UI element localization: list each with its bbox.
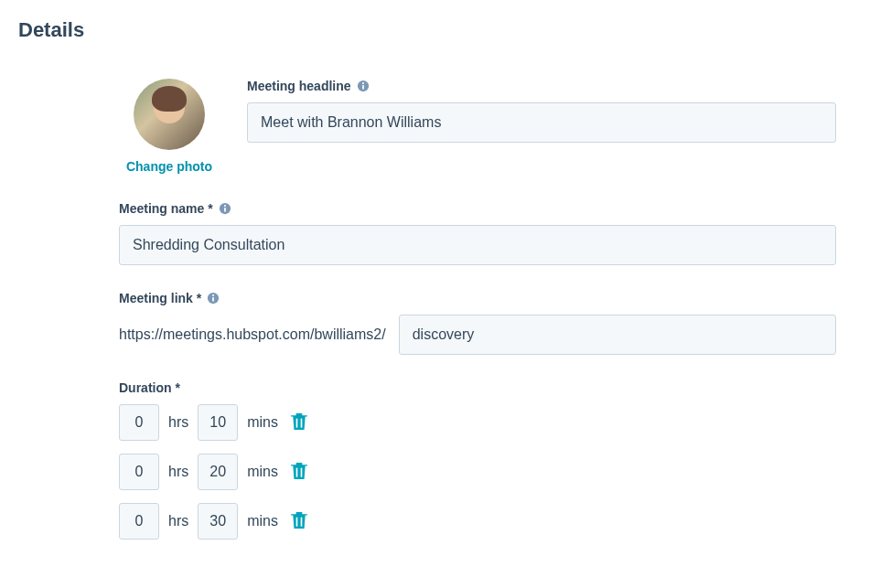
- duration-row: hrs mins: [119, 404, 836, 441]
- meeting-link-label: Meeting link *: [119, 291, 836, 305]
- delete-duration-button[interactable]: [287, 508, 311, 536]
- duration-row: hrs mins: [119, 454, 836, 490]
- headline-label: Meeting headline: [247, 79, 836, 93]
- info-icon[interactable]: [207, 292, 220, 305]
- trash-icon: [291, 462, 307, 483]
- headline-row: Change photo Meeting headline: [119, 79, 836, 174]
- meeting-name-label: Meeting name *: [119, 201, 836, 216]
- hrs-label: hrs: [168, 513, 188, 529]
- svg-rect-7: [212, 297, 214, 301]
- svg-rect-12: [301, 467, 303, 476]
- hrs-label: hrs: [168, 414, 188, 431]
- svg-rect-14: [301, 517, 303, 526]
- svg-rect-1: [362, 85, 364, 89]
- svg-rect-10: [301, 418, 303, 427]
- photo-column: Change photo: [119, 79, 220, 174]
- trash-icon: [291, 412, 307, 433]
- duration-mins-input[interactable]: [198, 454, 238, 490]
- duration-label-text: Duration *: [119, 380, 180, 395]
- info-icon[interactable]: [219, 202, 231, 215]
- mins-label: mins: [247, 513, 278, 529]
- avatar: [134, 79, 205, 150]
- svg-point-5: [224, 205, 226, 207]
- hrs-label: hrs: [168, 464, 188, 480]
- mins-label: mins: [247, 414, 278, 431]
- duration-hrs-input[interactable]: [119, 503, 159, 540]
- headline-field: Meeting headline: [247, 79, 836, 143]
- meeting-headline-input[interactable]: [247, 102, 836, 143]
- duration-row: hrs mins: [119, 503, 836, 540]
- details-form: Change photo Meeting headline Meeting na…: [18, 79, 873, 540]
- svg-rect-9: [296, 418, 298, 427]
- meeting-link-label-text: Meeting link *: [119, 291, 201, 305]
- duration-hrs-input[interactable]: [119, 454, 159, 490]
- svg-rect-13: [296, 517, 298, 526]
- page-title: Details: [18, 18, 873, 42]
- duration-hrs-input[interactable]: [119, 404, 159, 441]
- svg-point-2: [362, 82, 364, 84]
- duration-field: Duration * hrs mins hrs mins: [119, 380, 836, 540]
- svg-point-8: [212, 294, 214, 296]
- svg-rect-4: [224, 208, 226, 211]
- meeting-link-field: Meeting link * https://meetings.hubspot.…: [119, 291, 836, 355]
- mins-label: mins: [247, 464, 278, 480]
- meeting-link-input[interactable]: [399, 315, 836, 355]
- duration-mins-input[interactable]: [198, 404, 238, 441]
- svg-rect-11: [296, 467, 298, 476]
- info-icon[interactable]: [357, 80, 370, 92]
- delete-duration-button[interactable]: [287, 458, 311, 486]
- delete-duration-button[interactable]: [287, 409, 311, 437]
- meeting-name-label-text: Meeting name *: [119, 201, 213, 216]
- meeting-link-prefix: https://meetings.hubspot.com/bwilliams2/: [119, 326, 386, 343]
- meeting-link-row: https://meetings.hubspot.com/bwilliams2/: [119, 315, 836, 355]
- trash-icon: [291, 511, 307, 532]
- duration-label: Duration *: [119, 380, 836, 395]
- meeting-name-field: Meeting name *: [119, 201, 836, 265]
- duration-mins-input[interactable]: [198, 503, 238, 540]
- change-photo-link[interactable]: Change photo: [126, 159, 212, 174]
- headline-label-text: Meeting headline: [247, 79, 351, 93]
- meeting-name-input[interactable]: [119, 225, 836, 265]
